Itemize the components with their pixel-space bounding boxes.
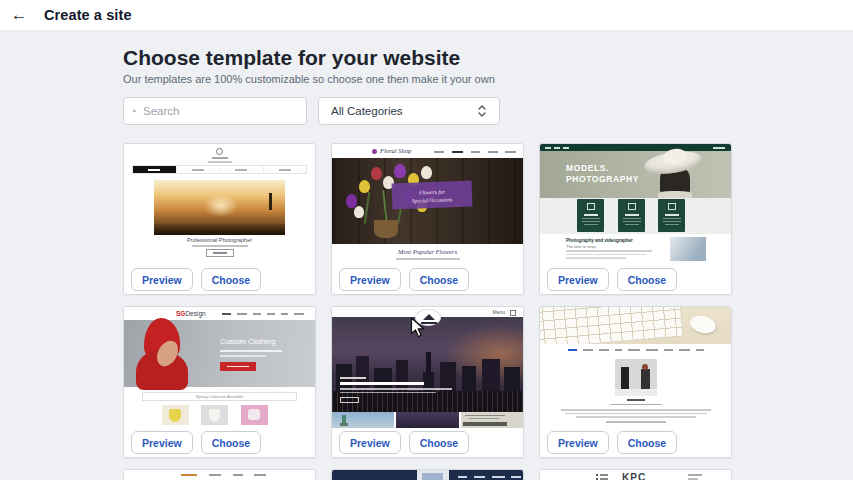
thumb-cta-button xyxy=(206,249,234,257)
feature-card xyxy=(658,199,685,232)
thumb-hero-title: Custom Clothing xyxy=(220,337,275,346)
decor-ln xyxy=(235,169,247,171)
decor-decor: SG xyxy=(176,310,185,317)
template-thumbnail[interactable]: SGDesign Custom Clothing xyxy=(124,307,315,428)
decor-ln xyxy=(623,218,641,219)
thumb-site-logo: Floral Shop xyxy=(380,147,411,154)
decor-ln xyxy=(696,349,704,351)
decor-ln xyxy=(227,366,249,368)
thumb-nav-bar xyxy=(332,470,523,480)
feature-card xyxy=(577,199,604,232)
preview-button[interactable]: Preview xyxy=(339,431,401,454)
decor-a xyxy=(269,193,272,210)
thumb-nav-links xyxy=(540,349,731,351)
thumb-cta-button xyxy=(340,397,359,403)
thumb-hero-title: MODELS. PHOTOGRAPHY xyxy=(566,163,639,186)
decor-decor: PHOTOGRAPHY xyxy=(566,174,639,185)
decor-ln xyxy=(492,476,505,478)
decor-ln xyxy=(582,221,600,222)
thumb-section-title: Most Popular Flowers xyxy=(332,248,523,255)
preview-button[interactable]: Preview xyxy=(131,431,193,454)
template-card-partial-kpc: KPC Preview Choose xyxy=(539,469,732,480)
custom-clothing-hero: Custom Clothing xyxy=(124,320,315,387)
template-thumbnail[interactable]: Floral Shop xyxy=(332,144,523,265)
decor-a xyxy=(154,224,285,235)
decor-ln xyxy=(233,474,243,476)
template-thumbnail[interactable]: MODELS. PHOTOGRAPHY xyxy=(540,144,731,265)
product-photo xyxy=(201,405,228,425)
sunset-field-photo xyxy=(154,180,285,235)
decor-ln xyxy=(181,474,197,476)
book-icon xyxy=(587,203,595,210)
decor-a xyxy=(248,409,260,420)
choose-button[interactable]: Choose xyxy=(617,431,678,454)
decor-flower xyxy=(371,167,382,180)
decor-a xyxy=(463,422,507,426)
template-card-models-photography: MODELS. PHOTOGRAPHY xyxy=(539,143,732,295)
template-thumbnail[interactable] xyxy=(332,470,523,480)
decor-bldg xyxy=(482,359,500,392)
decor-a xyxy=(169,409,181,422)
search-input[interactable] xyxy=(143,105,297,117)
decor-ln xyxy=(469,418,499,419)
decor-a: Photography and videographer The time to… xyxy=(540,234,731,265)
choose-button[interactable]: Choose xyxy=(409,431,470,454)
decor-ln xyxy=(688,478,698,480)
decor-decor xyxy=(135,112,136,113)
search-box[interactable] xyxy=(123,97,307,125)
product-photo xyxy=(162,405,189,425)
template-thumbnail[interactable]: Professional Photographer xyxy=(124,144,315,265)
decor-ln xyxy=(665,214,679,216)
decor-ln xyxy=(628,349,640,351)
decor-ln xyxy=(511,476,521,478)
decor-ln xyxy=(563,147,569,149)
computer-mouse xyxy=(688,313,717,336)
decor-ln xyxy=(561,409,711,411)
preview-button[interactable]: Preview xyxy=(547,268,609,291)
decor-decor: Special Occasions xyxy=(392,195,472,206)
feature-card xyxy=(618,199,645,232)
mouse-cursor-icon xyxy=(410,317,426,339)
choose-button[interactable]: Choose xyxy=(201,431,262,454)
decor-cardfoot: Preview Choose xyxy=(540,428,731,457)
back-arrow-icon[interactable]: ← xyxy=(11,7,29,23)
decor-decor xyxy=(263,166,307,173)
choose-button[interactable]: Choose xyxy=(201,268,262,291)
template-thumbnail[interactable]: Menu xyxy=(332,307,523,428)
preview-button[interactable]: Preview xyxy=(547,431,609,454)
template-thumbnail[interactable] xyxy=(124,470,315,480)
template-card-sg-design: SGDesign Custom Clothing xyxy=(123,306,316,458)
choose-button[interactable]: Choose xyxy=(617,268,678,291)
statue-of-liberty-photo xyxy=(332,412,394,428)
template-thumbnail[interactable]: KPC xyxy=(540,470,731,480)
preview-button[interactable]: Preview xyxy=(339,268,401,291)
decor-ln xyxy=(340,377,366,379)
decor-a xyxy=(204,194,238,217)
decor-cardfoot: Preview Choose xyxy=(540,265,731,294)
decor-ln xyxy=(576,416,696,418)
thumb-nav-bar xyxy=(540,144,731,151)
preview-button[interactable]: Preview xyxy=(131,268,193,291)
template-card-partial-tabs: Preview Choose xyxy=(123,469,316,480)
model-body xyxy=(658,191,692,198)
decor-ln xyxy=(192,169,204,171)
decor-ln xyxy=(220,350,282,352)
decor-ln xyxy=(340,382,424,385)
decor-ln xyxy=(545,147,551,149)
decor-ln xyxy=(665,224,679,225)
decor-decor xyxy=(219,166,263,173)
decor-ln xyxy=(582,218,600,219)
template-card-business: Preview Choose xyxy=(539,306,732,458)
decor-ln xyxy=(566,250,652,252)
decor-ln xyxy=(583,349,593,351)
thumb-nav-tabs xyxy=(132,165,307,174)
template-card-travel-blog: Menu xyxy=(331,306,524,458)
decor-ln xyxy=(663,221,681,222)
decor-bldg xyxy=(504,367,520,392)
choose-button[interactable]: Choose xyxy=(409,268,470,291)
decor-ln xyxy=(568,349,577,351)
category-select[interactable]: All Categories xyxy=(318,97,500,125)
keyboard-photo xyxy=(540,307,731,344)
template-thumbnail[interactable] xyxy=(540,307,731,428)
decor-a xyxy=(540,198,731,234)
